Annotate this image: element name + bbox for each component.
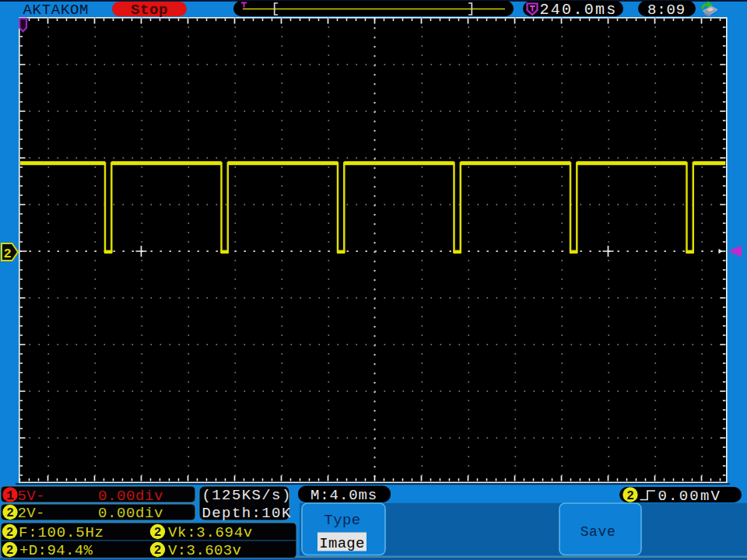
svg-text:5V-: 5V- <box>18 488 45 505</box>
svg-text:Image: Image <box>319 535 365 552</box>
svg-text:M:4.0ms: M:4.0ms <box>310 487 377 504</box>
svg-text:0.00mV: 0.00mV <box>658 488 722 505</box>
svg-text:AKTAKOM: AKTAKOM <box>23 2 89 19</box>
svg-text:V:3.603v: V:3.603v <box>168 542 241 559</box>
svg-text:2: 2 <box>154 544 162 558</box>
svg-text:Depth:10K: Depth:10K <box>202 505 292 522</box>
svg-text:F:100.5Hz: F:100.5Hz <box>19 524 104 541</box>
svg-text:Save: Save <box>580 524 616 540</box>
svg-text:2V-: 2V- <box>18 505 45 522</box>
svg-text:2: 2 <box>4 247 12 261</box>
svg-text:2: 2 <box>6 544 14 558</box>
svg-text:240.0ms: 240.0ms <box>540 1 618 19</box>
svg-text:2: 2 <box>154 526 162 540</box>
svg-text:(125KS/s): (125KS/s) <box>202 487 292 504</box>
svg-text:8:09: 8:09 <box>647 2 686 19</box>
svg-text:Type: Type <box>324 512 361 529</box>
svg-text:2: 2 <box>626 489 634 503</box>
svg-text:1: 1 <box>6 489 14 503</box>
svg-text:2: 2 <box>6 526 14 540</box>
svg-text:Vk:3.694v: Vk:3.694v <box>168 524 253 541</box>
svg-text:+D:94.4%: +D:94.4% <box>19 542 93 559</box>
svg-text:Stop: Stop <box>131 2 168 19</box>
svg-text:0.00div: 0.00div <box>98 505 163 522</box>
svg-text:0.00div: 0.00div <box>98 488 163 505</box>
svg-text:2: 2 <box>6 506 14 520</box>
